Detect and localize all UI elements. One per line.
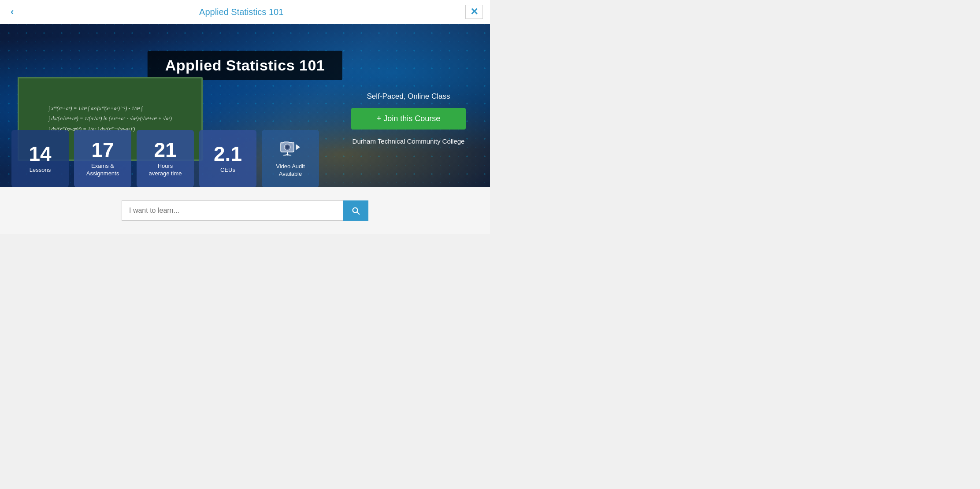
svg-point-2 bbox=[286, 145, 289, 149]
ceus-label: CEUs bbox=[220, 167, 235, 174]
search-section bbox=[0, 187, 490, 234]
page-title: Applied Statistics 101 bbox=[17, 7, 465, 17]
stat-exams: 17 Exams &Assignments bbox=[74, 130, 131, 187]
stats-bar: 14 Lessons 17 Exams &Assignments 21 Hour… bbox=[0, 130, 490, 187]
close-button[interactable]: ✕ bbox=[465, 5, 483, 19]
hours-label: Hoursaverage time bbox=[148, 163, 182, 178]
lessons-label: Lessons bbox=[30, 167, 51, 174]
lessons-number: 14 bbox=[29, 144, 51, 164]
stat-ceus: 2.1 CEUs bbox=[199, 130, 256, 187]
svg-rect-3 bbox=[284, 141, 289, 143]
svg-line-7 bbox=[283, 155, 287, 156]
stat-video: Video AuditAvailable bbox=[262, 130, 319, 187]
join-course-button[interactable]: + Join this Course bbox=[351, 108, 466, 130]
stat-lessons: 14 Lessons bbox=[11, 130, 69, 187]
hero-title-box: Applied Statistics 101 bbox=[148, 51, 342, 80]
search-icon bbox=[351, 206, 360, 215]
svg-point-4 bbox=[280, 142, 283, 144]
hours-number: 21 bbox=[154, 140, 176, 160]
ceus-number: 2.1 bbox=[214, 144, 242, 164]
stat-hours: 21 Hoursaverage time bbox=[137, 130, 194, 187]
hero-section: Applied Statistics 101 ∫ xᵐ(xⁿ+aⁿ) = 1/a… bbox=[0, 24, 490, 187]
top-bar: ‹ Applied Statistics 101 ✕ bbox=[0, 0, 490, 24]
hero-title: Applied Statistics 101 bbox=[165, 57, 325, 74]
exams-label: Exams &Assignments bbox=[86, 163, 119, 178]
search-input[interactable] bbox=[122, 200, 343, 221]
svg-marker-9 bbox=[296, 144, 300, 150]
search-button[interactable] bbox=[343, 200, 368, 221]
exams-number: 17 bbox=[91, 140, 114, 160]
svg-point-5 bbox=[292, 142, 294, 144]
video-camera-icon bbox=[280, 140, 301, 159]
video-label: Video AuditAvailable bbox=[276, 163, 305, 178]
search-container bbox=[122, 200, 368, 221]
back-button[interactable]: ‹ bbox=[7, 5, 17, 19]
svg-line-8 bbox=[287, 155, 291, 156]
self-paced-label: Self-Paced, Online Class bbox=[367, 92, 450, 101]
